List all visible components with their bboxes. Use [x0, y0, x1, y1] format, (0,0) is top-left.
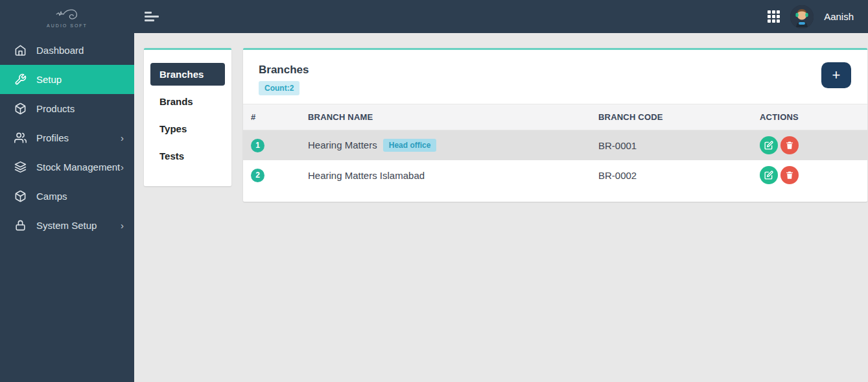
layers-icon	[14, 161, 27, 173]
edit-button[interactable]	[760, 166, 778, 184]
sidebar-item-system-setup[interactable]: System Setup›	[0, 211, 134, 240]
subnav-tab-branches[interactable]: Branches	[150, 63, 225, 86]
users-icon	[14, 132, 27, 144]
sidebar-item-products[interactable]: Products	[0, 94, 134, 123]
edit-icon	[764, 141, 773, 150]
branches-table: #BRANCH NAMEBRANCH CODEACTIONS 1Hearing …	[243, 104, 867, 190]
sidebar-item-label: Camps	[36, 191, 67, 202]
subnav-tab-tests[interactable]: Tests	[150, 145, 225, 167]
branch-name: Hearing Matters Islamabad	[308, 170, 425, 181]
avatar-image	[790, 5, 814, 29]
sidebar-item-label: Stock Management	[36, 161, 120, 173]
trash-icon	[785, 141, 794, 150]
user-avatar[interactable]	[790, 5, 814, 29]
table-row: 1Hearing MattersHead officeBR-0001	[243, 130, 867, 161]
edit-icon	[764, 171, 773, 180]
add-branch-button[interactable]: +	[821, 62, 851, 88]
content-area: BranchesBrandsTypesTests Branches Count:…	[134, 33, 868, 382]
head-office-badge: Head office	[383, 139, 437, 152]
user-name[interactable]: Aanish	[824, 11, 854, 22]
column-header-branch-name: BRANCH NAME	[300, 104, 591, 130]
chevron-right-icon: ›	[121, 221, 124, 230]
row-number-badge: 2	[251, 169, 264, 182]
branches-card: Branches Count:2 + #BRANCH NAMEBRANCH CO…	[243, 48, 867, 202]
lock-icon	[14, 219, 27, 232]
sidebar-item-label: Profiles	[36, 132, 69, 143]
sidebar-item-setup[interactable]: Setup	[0, 65, 134, 94]
sidebar-item-camps[interactable]: Camps	[0, 182, 134, 211]
setup-subnav-card: BranchesBrandsTypesTests	[144, 48, 231, 186]
delete-button[interactable]	[780, 136, 799, 154]
apps-grid-icon[interactable]	[768, 10, 780, 23]
chevron-right-icon: ›	[121, 162, 124, 172]
chevron-right-icon: ›	[121, 133, 124, 143]
branch-code: BR-0001	[591, 130, 752, 161]
table-row: 2Hearing Matters IslamabadBR-0002	[243, 160, 867, 190]
sidebar-item-stock-management[interactable]: Stock Management›	[0, 152, 134, 182]
subnav-tab-brands[interactable]: Brands	[150, 90, 225, 113]
column-header--: #	[243, 104, 300, 130]
plus-icon: +	[832, 67, 841, 83]
sidebar-item-label: System Setup	[36, 220, 97, 231]
count-badge: Count:2	[259, 81, 299, 95]
edit-button[interactable]	[760, 136, 778, 154]
page-title: Branches	[259, 64, 852, 77]
box-icon	[14, 190, 27, 202]
subnav-tab-types[interactable]: Types	[150, 117, 225, 140]
app-logo[interactable]: AUDIO SOFT	[0, 6, 134, 28]
sidebar-nav: DashboardSetupProductsProfiles›Stock Man…	[0, 33, 134, 382]
box-icon	[14, 102, 27, 115]
wrench-icon	[14, 73, 27, 86]
trash-icon	[785, 171, 794, 180]
branch-code: BR-0002	[591, 160, 752, 190]
branch-name: Hearing Matters	[308, 139, 377, 150]
sidebar-item-label: Dashboard	[36, 45, 84, 56]
ear-logo-icon	[53, 6, 82, 23]
delete-button[interactable]	[780, 166, 799, 184]
home-icon	[14, 44, 27, 56]
row-number-badge: 1	[251, 139, 264, 152]
logo-text: AUDIO SOFT	[47, 23, 88, 28]
column-header-actions: ACTIONS	[752, 104, 867, 130]
hamburger-icon	[145, 12, 152, 14]
sidebar-item-profiles[interactable]: Profiles›	[0, 123, 134, 152]
sidebar-item-label: Setup	[36, 74, 62, 85]
card-header: Branches Count:2 +	[243, 50, 867, 104]
sidebar-item-dashboard[interactable]: Dashboard	[0, 36, 134, 65]
table-header-row: #BRANCH NAMEBRANCH CODEACTIONS	[243, 104, 867, 130]
sidebar-item-label: Products	[36, 103, 75, 114]
column-header-branch-code: BRANCH CODE	[591, 104, 752, 130]
top-bar: AUDIO SOFT Aanish	[0, 0, 868, 33]
sidebar-toggle-button[interactable]	[139, 5, 164, 29]
